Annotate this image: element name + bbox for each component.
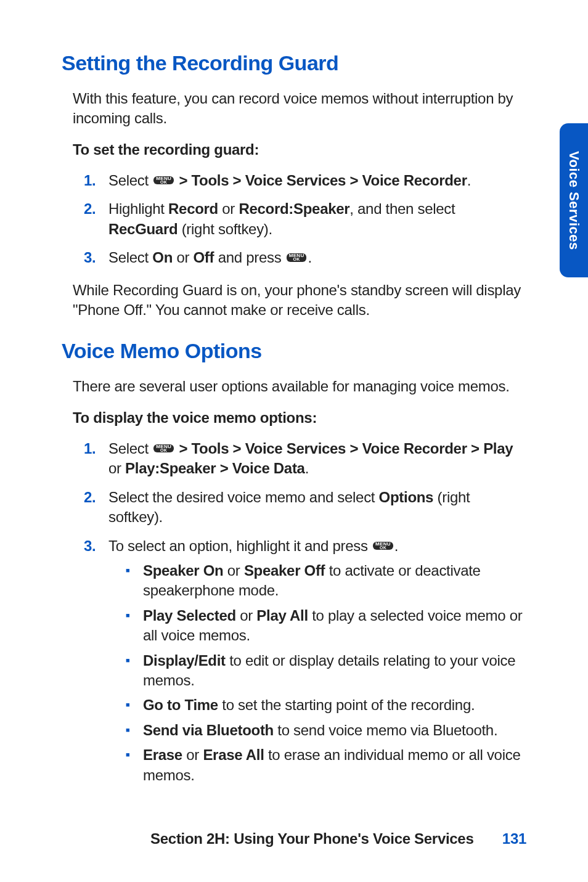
- text: or: [236, 607, 256, 624]
- menu-ok-icon: MENUOK: [153, 444, 174, 452]
- text: To select an option, highlight it and pr…: [108, 537, 372, 554]
- bold: Off: [194, 249, 214, 266]
- text: .: [305, 460, 309, 476]
- text: and press: [214, 249, 285, 266]
- icon-bottom: OK: [160, 449, 167, 452]
- text: , and then select: [349, 200, 455, 217]
- text: Highlight: [108, 200, 168, 217]
- bullet-goto-time: Go to Time to set the starting point of …: [126, 695, 526, 715]
- menu-path: Play:Speaker > Voice Data: [125, 460, 305, 476]
- icon-bottom: OK: [160, 181, 167, 184]
- step-body: Select MENUOK > Tools > Voice Services >…: [108, 439, 526, 479]
- intro-voice-memo: There are several user options available…: [73, 377, 526, 396]
- step-2: 2. Highlight Record or Record:Speaker, a…: [84, 199, 526, 239]
- step-1: 1. Select MENUOK > Tools > Voice Service…: [84, 439, 526, 479]
- text: or: [223, 562, 243, 579]
- bold: Play All: [256, 607, 308, 624]
- menu-ok-icon: MENUOK: [153, 176, 174, 184]
- bold: Display/Edit: [143, 652, 226, 669]
- page-content: Setting the Recording Guard With this fe…: [0, 0, 588, 790]
- bullet-play: Play Selected or Play All to play a sele…: [126, 606, 526, 646]
- side-tab: Voice Services: [560, 123, 588, 277]
- step-number: 1.: [84, 439, 108, 479]
- text: .: [467, 172, 471, 189]
- bold: Speaker Off: [244, 562, 325, 579]
- steps-voice-memo: 1. Select MENUOK > Tools > Voice Service…: [84, 439, 526, 790]
- page-footer: Section 2H: Using Your Phone's Voice Ser…: [0, 829, 588, 849]
- bold: Options: [379, 489, 434, 505]
- side-tab-label: Voice Services: [565, 151, 583, 250]
- step-body: Highlight Record or Record:Speaker, and …: [108, 199, 526, 239]
- bold: Send via Bluetooth: [143, 722, 274, 738]
- bold: Play Selected: [143, 607, 236, 624]
- bold: RecGuard: [108, 221, 178, 237]
- page-number: 131: [502, 830, 526, 847]
- step-3: 3. To select an option, highlight it and…: [84, 536, 526, 790]
- step-body: Select MENUOK > Tools > Voice Services >…: [108, 171, 526, 190]
- step-body: Select On or Off and press MENUOK.: [108, 248, 526, 267]
- bullet-erase: Erase or Erase All to erase an individua…: [126, 745, 526, 785]
- text: to set the starting point of the recordi…: [218, 696, 475, 713]
- step-number: 2.: [84, 488, 108, 528]
- bold: Record: [168, 200, 218, 217]
- step-body: To select an option, highlight it and pr…: [108, 536, 526, 790]
- text: .: [394, 537, 398, 554]
- text: Select: [108, 172, 152, 189]
- step-number: 3.: [84, 248, 108, 267]
- text: Select: [108, 440, 152, 457]
- text: Select the desired voice memo and select: [108, 489, 379, 505]
- step-body: Select the desired voice memo and select…: [108, 488, 526, 528]
- bullet-speaker: Speaker On or Speaker Off to activate or…: [126, 561, 526, 601]
- text: to send voice memo via Bluetooth.: [274, 722, 497, 738]
- heading-voice-memo-options: Voice Memo Options: [62, 337, 526, 365]
- note-recording-guard: While Recording Guard is on, your phone'…: [73, 280, 526, 321]
- menu-ok-icon: MENUOK: [287, 253, 307, 261]
- bold: Erase: [143, 746, 182, 763]
- subhead-recording-guard: To set the recording guard:: [73, 140, 526, 160]
- bullet-send-bluetooth: Send via Bluetooth to send voice memo vi…: [126, 721, 526, 740]
- heading-recording-guard: Setting the Recording Guard: [62, 49, 526, 78]
- step-2: 2. Select the desired voice memo and sel…: [84, 488, 526, 528]
- text: (right softkey).: [178, 221, 272, 237]
- subhead-voice-memo: To display the voice memo options:: [73, 408, 526, 428]
- bold: Erase All: [203, 746, 264, 763]
- menu-ok-icon: MENUOK: [373, 542, 393, 550]
- bold: Speaker On: [143, 562, 223, 579]
- step-1: 1. Select MENUOK > Tools > Voice Service…: [84, 171, 526, 190]
- intro-recording-guard: With this feature, you can record voice …: [73, 89, 526, 129]
- icon-bottom: OK: [380, 546, 386, 549]
- menu-path: > Tools > Voice Services > Voice Recorde…: [175, 440, 513, 457]
- text: Select: [108, 249, 152, 266]
- footer-section: Section 2H: Using Your Phone's Voice Ser…: [150, 830, 473, 847]
- menu-path: > Tools > Voice Services > Voice Recorde…: [175, 172, 467, 189]
- text: or: [173, 249, 193, 266]
- bold: Go to Time: [143, 696, 218, 713]
- step-3: 3. Select On or Off and press MENUOK.: [84, 248, 526, 267]
- bullet-display-edit: Display/Edit to edit or display details …: [126, 651, 526, 691]
- bold: On: [152, 249, 173, 266]
- steps-recording-guard: 1. Select MENUOK > Tools > Voice Service…: [84, 171, 526, 268]
- text: .: [308, 249, 311, 266]
- bold: Record:Speaker: [239, 200, 349, 217]
- option-bullets: Speaker On or Speaker Off to activate or…: [126, 561, 526, 785]
- text: or: [182, 746, 203, 763]
- step-number: 1.: [84, 171, 108, 190]
- text: or: [108, 460, 125, 476]
- step-number: 3.: [84, 536, 108, 790]
- text: or: [218, 200, 239, 217]
- step-number: 2.: [84, 199, 108, 239]
- icon-bottom: OK: [293, 258, 300, 261]
